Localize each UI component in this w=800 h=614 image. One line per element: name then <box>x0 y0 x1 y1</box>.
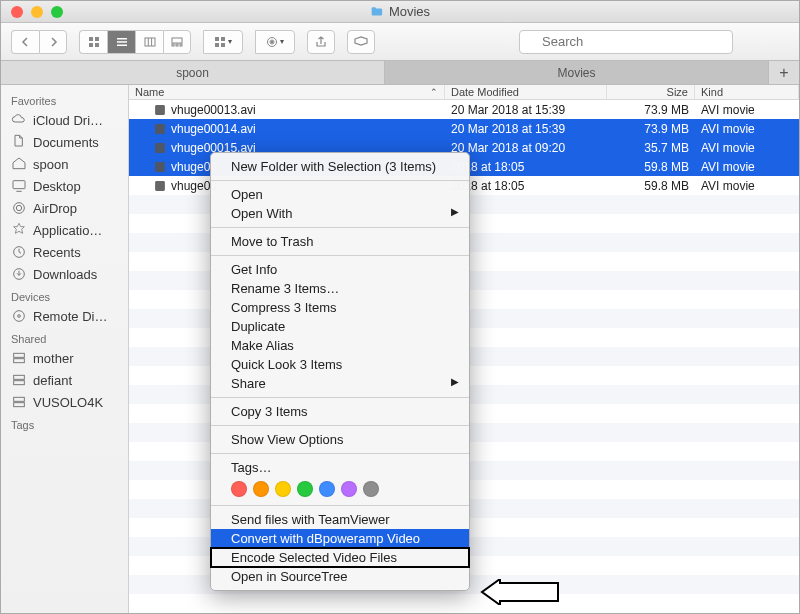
svg-rect-30 <box>14 359 25 363</box>
action-button[interactable]: ▾ <box>255 30 295 54</box>
file-row[interactable]: vhuge00013.avi20 Mar 2018 at 15:3973.9 M… <box>129 100 799 119</box>
menu-item-label: Open <box>231 187 263 202</box>
context-menu-item[interactable]: Send files with TeamViewer <box>211 510 469 529</box>
svg-rect-34 <box>14 403 25 407</box>
context-menu-item[interactable]: New Folder with Selection (3 Items) <box>211 157 469 176</box>
list-view-button[interactable] <box>107 30 135 54</box>
sidebar-item[interactable]: spoon <box>1 153 128 175</box>
sidebar-item[interactable]: iCloud Dri… <box>1 109 128 131</box>
doc-icon <box>11 134 27 150</box>
tag-color-row <box>211 477 469 501</box>
menu-item-label: Tags… <box>231 460 271 475</box>
context-menu-item[interactable]: Make Alias <box>211 336 469 355</box>
svg-point-23 <box>14 203 25 214</box>
arrange-group: ▾ <box>203 30 243 54</box>
svg-rect-4 <box>117 38 127 40</box>
sidebar-item[interactable]: AirDrop <box>1 197 128 219</box>
sidebar-item[interactable]: Documents <box>1 131 128 153</box>
sidebar-item[interactable]: defiant <box>1 369 128 391</box>
sidebar-item[interactable]: Recents <box>1 241 128 263</box>
menu-item-label: Show View Options <box>231 432 344 447</box>
icon-view-button[interactable] <box>79 30 107 54</box>
context-menu-item[interactable]: Compress 3 Items <box>211 298 469 317</box>
sidebar-item[interactable]: Desktop <box>1 175 128 197</box>
tag-color-dot[interactable] <box>275 481 291 497</box>
context-menu-item[interactable]: Get Info <box>211 260 469 279</box>
file-name: vhuge00014.avi <box>171 122 256 136</box>
menu-item-label: Move to Trash <box>231 234 313 249</box>
tag-color-dot[interactable] <box>319 481 335 497</box>
tab-movies[interactable]: Movies <box>385 61 769 84</box>
tags-button[interactable] <box>347 30 375 54</box>
context-menu-item[interactable]: Convert with dBpoweramp Video <box>211 529 469 548</box>
column-size[interactable]: Size <box>607 85 695 99</box>
close-window-button[interactable] <box>11 6 23 18</box>
context-menu-item[interactable]: Rename 3 Items… <box>211 279 469 298</box>
sidebar-devices-header: Devices <box>1 285 128 305</box>
menu-item-label: Compress 3 Items <box>231 300 336 315</box>
context-menu-item[interactable]: Share▶ <box>211 374 469 393</box>
svg-rect-29 <box>14 353 25 357</box>
context-menu-item[interactable]: Open <box>211 185 469 204</box>
column-view-button[interactable] <box>135 30 163 54</box>
context-menu-item[interactable]: Quick Look 3 Items <box>211 355 469 374</box>
gallery-view-button[interactable] <box>163 30 191 54</box>
sidebar-item-label: Documents <box>33 135 99 150</box>
minimize-window-button[interactable] <box>31 6 43 18</box>
tag-color-dot[interactable] <box>253 481 269 497</box>
file-date: 20 Mar 2018 at 09:20 <box>445 141 607 155</box>
file-icon <box>153 179 167 193</box>
sidebar-item[interactable]: mother <box>1 347 128 369</box>
disc-icon <box>11 308 27 324</box>
share-button[interactable] <box>307 30 335 54</box>
context-menu-item[interactable]: Copy 3 Items <box>211 402 469 421</box>
tag-color-dot[interactable] <box>297 481 313 497</box>
menu-separator <box>211 453 469 454</box>
column-name[interactable]: Name⌃ <box>129 85 445 99</box>
sidebar-item[interactable]: Downloads <box>1 263 128 285</box>
home-icon <box>11 156 27 172</box>
column-date[interactable]: Date Modified <box>445 85 607 99</box>
svg-rect-3 <box>95 43 99 47</box>
titlebar: Movies <box>1 1 799 23</box>
file-size: 59.8 MB <box>607 179 695 193</box>
svg-rect-13 <box>180 44 182 46</box>
sidebar-item-label: Recents <box>33 245 81 260</box>
file-icon <box>153 103 167 117</box>
file-row[interactable]: vhuge00014.avi20 Mar 2018 at 15:3973.9 M… <box>129 119 799 138</box>
context-menu-item[interactable]: Open With▶ <box>211 204 469 223</box>
svg-rect-15 <box>221 37 225 41</box>
context-menu-item[interactable]: Duplicate <box>211 317 469 336</box>
apps-icon <box>11 222 27 238</box>
context-menu-item[interactable]: Encode Selected Video Files <box>211 548 469 567</box>
menu-item-label: Open in SourceTree <box>231 569 348 584</box>
view-buttons <box>79 30 191 54</box>
tag-color-dot[interactable] <box>231 481 247 497</box>
context-menu-item[interactable]: Open in SourceTree <box>211 567 469 586</box>
arrange-button[interactable]: ▾ <box>203 30 243 54</box>
menu-item-label: Open With <box>231 206 292 221</box>
sidebar-item[interactable]: Remote Di… <box>1 305 128 327</box>
recent-icon <box>11 244 27 260</box>
menu-item-label: Get Info <box>231 262 277 277</box>
context-menu-item[interactable]: Tags… <box>211 458 469 477</box>
file-icon <box>153 160 167 174</box>
new-tab-button[interactable]: + <box>769 61 799 84</box>
sidebar-item[interactable]: VUSOLO4K <box>1 391 128 413</box>
zoom-window-button[interactable] <box>51 6 63 18</box>
context-menu-item[interactable]: Move to Trash <box>211 232 469 251</box>
tag-color-dot[interactable] <box>341 481 357 497</box>
column-kind[interactable]: Kind <box>695 85 799 99</box>
tab-spoon[interactable]: spoon <box>1 61 385 84</box>
sidebar-item[interactable]: Applicatio… <box>1 219 128 241</box>
file-kind: AVI movie <box>695 179 799 193</box>
search-input[interactable] <box>519 30 733 54</box>
context-menu-item[interactable]: Show View Options <box>211 430 469 449</box>
tag-color-dot[interactable] <box>363 481 379 497</box>
menu-separator <box>211 180 469 181</box>
desktop-icon <box>11 178 27 194</box>
file-size: 59.8 MB <box>607 160 695 174</box>
menu-item-label: Encode Selected Video Files <box>231 550 397 565</box>
back-button[interactable] <box>11 30 39 54</box>
forward-button[interactable] <box>39 30 67 54</box>
